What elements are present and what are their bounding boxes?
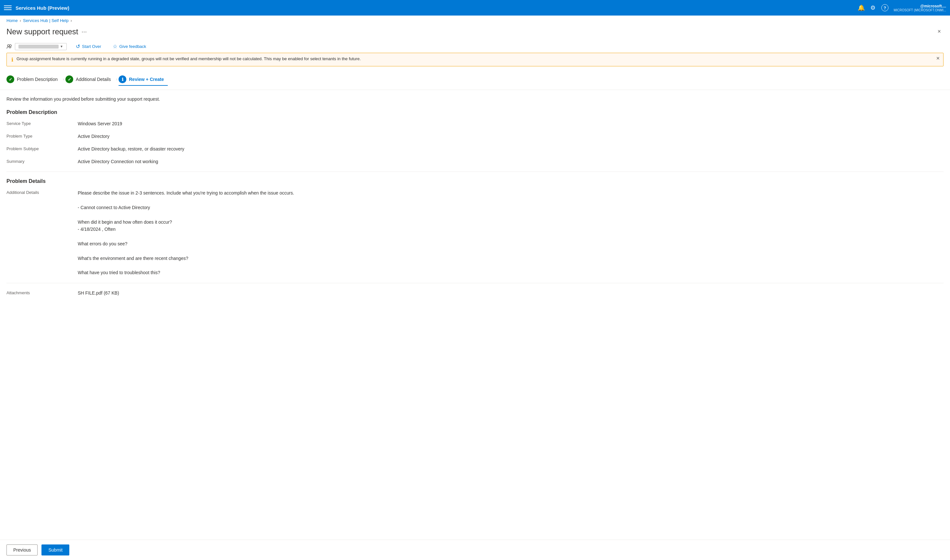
review-intro: Review the information you provided befo… [6,97,944,102]
service-type-row: Service Type Windows Server 2019 [6,120,944,127]
service-type-value: Windows Server 2019 [78,120,944,127]
additional-details-line4: - 4/18/2024 , Often [78,226,116,232]
breadcrumb: Home › Services Hub | Self Help › [0,15,950,26]
additional-details-line2: - Cannot connect to Active Directory [78,205,150,210]
topbar-title: Services Hub (Preview) [15,5,858,11]
breadcrumb-parent[interactable]: Services Hub | Self Help [23,18,69,23]
service-type-label: Service Type [6,120,78,126]
attachments-label: Attachments [6,290,78,295]
additional-details-line5: What errors do you see? [78,241,127,246]
additional-details-row: Additional Details Please describe the i… [6,189,944,277]
topbar: Services Hub (Preview) 🔔 ⚙ ? @microsoft.… [0,0,950,15]
additional-details-line3: When did it begin and how often does it … [78,220,172,225]
step-label-2: Additional Details [76,77,111,82]
additional-details-label: Additional Details [6,189,78,195]
group-selector: ▼ [6,43,67,50]
hamburger-menu[interactable] [4,4,12,12]
section-divider-2 [6,283,944,283]
group-dropdown[interactable]: ▼ [15,43,67,50]
step-additional-details[interactable]: ✓ Additional Details [65,73,115,86]
close-button[interactable]: × [935,27,944,36]
summary-value: Active Directory Connection not working [78,158,944,165]
help-icon[interactable]: ? [881,4,888,11]
additional-details-line6: What's the environment and are there rec… [78,256,188,261]
user-org: MICROSOFT (MICROSOFT.ONMI... [894,8,946,12]
attachments-row: Attachments SH FILE.pdf (67 KB) [6,290,944,297]
settings-icon[interactable]: ⚙ [870,5,876,11]
problem-details-section-title: Problem Details [6,178,944,184]
toolbar: ▼ ↺ Start Over ☆ Give feedback [0,40,950,53]
alert-icon: ℹ [11,57,13,63]
page-title: New support request [6,27,78,36]
user-email: @microsoft.... [920,4,946,8]
alert-banner: ℹ Group assignment feature is currently … [6,53,944,66]
page-header: New support request ··· × [0,26,950,40]
give-feedback-label: Give feedback [119,44,146,49]
topbar-icons: 🔔 ⚙ ? @microsoft.... MICROSOFT (MICROSOF… [858,4,946,12]
breadcrumb-sep2: › [71,18,72,23]
summary-row: Summary Active Directory Connection not … [6,158,944,165]
start-over-label: Start Over [82,44,101,49]
step-active-underline [119,85,168,86]
feedback-icon: ☆ [113,43,117,49]
step-label-1: Problem Description [17,77,58,82]
chevron-down-icon: ▼ [60,45,63,48]
step-sep-2: › [115,77,119,82]
main-content: Review the information you provided befo… [0,90,950,560]
svg-point-0 [8,45,9,47]
page-title-row: New support request ··· [6,27,87,36]
give-feedback-button[interactable]: ☆ Give feedback [110,42,149,51]
footer: Previous Submit [0,540,950,560]
submit-button[interactable]: Submit [42,545,69,555]
breadcrumb-sep1: › [20,18,21,23]
problem-subtype-label: Problem Subtype [6,146,78,151]
notification-icon[interactable]: 🔔 [858,5,865,11]
attachments-value: SH FILE.pdf (67 KB) [78,290,944,297]
additional-details-value: Please describe the issue in 2-3 sentenc… [78,189,944,277]
step-review-create[interactable]: ℹ Review + Create [119,73,168,86]
step-sep-1: › [62,77,65,82]
step-problem-description[interactable]: ✓ Problem Description [6,73,62,86]
problem-type-label: Problem Type [6,133,78,138]
additional-details-line1: Please describe the issue in 2-3 sentenc… [78,190,294,195]
problem-subtype-row: Problem Subtype Active Directory backup,… [6,146,944,152]
group-dropdown-placeholder [19,45,59,49]
alert-message: Group assignment feature is currently ru… [17,56,361,61]
svg-point-1 [9,45,11,47]
problem-description-section-title: Problem Description [6,109,944,115]
additional-details-line7: What have you tried to troubleshoot this… [78,270,160,275]
start-over-button[interactable]: ↺ Start Over [73,42,104,51]
step-circle-3: ℹ [119,75,126,83]
breadcrumb-home[interactable]: Home [6,18,18,23]
step-circle-1: ✓ [6,75,14,83]
steps-bar: ✓ Problem Description › ✓ Additional Det… [0,69,950,90]
alert-close-button[interactable]: ✕ [936,56,940,61]
user-account[interactable]: @microsoft.... MICROSOFT (MICROSOFT.ONMI… [894,4,946,12]
problem-type-value: Active Directory [78,133,944,140]
summary-label: Summary [6,158,78,164]
step-label-3: Review + Create [129,77,164,82]
previous-button[interactable]: Previous [6,545,38,555]
problem-type-row: Problem Type Active Directory [6,133,944,140]
start-over-icon: ↺ [76,43,80,49]
group-icon [6,44,12,49]
problem-subtype-value: Active Directory backup, restore, or dis… [78,146,944,152]
page-more-options[interactable]: ··· [81,28,87,35]
step-circle-2: ✓ [65,75,73,83]
